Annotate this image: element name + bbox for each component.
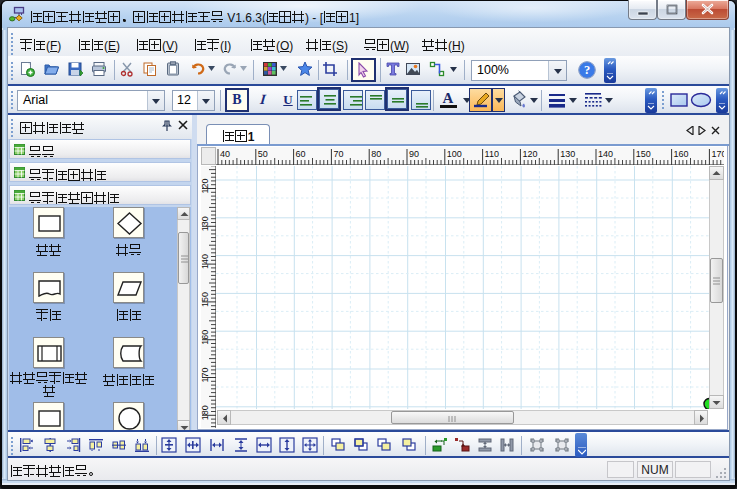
svg-text:110: 110	[485, 149, 499, 159]
svg-text:40: 40	[220, 149, 230, 159]
svg-text:150: 150	[636, 149, 651, 159]
svg-text:170: 170	[201, 367, 210, 382]
svg-text:130: 130	[201, 216, 210, 231]
svg-text:90: 90	[409, 149, 419, 159]
svg-text:120: 120	[522, 149, 537, 159]
svg-text:160: 160	[674, 149, 689, 159]
svg-text:140: 140	[598, 149, 613, 159]
svg-text:150: 150	[201, 292, 210, 307]
svg-text:?: ?	[584, 63, 590, 77]
svg-text:170: 170	[711, 149, 724, 159]
svg-text:70: 70	[333, 149, 343, 159]
svg-text:A: A	[443, 90, 454, 106]
svg-text:120: 120	[201, 178, 210, 193]
svg-text:160: 160	[201, 330, 210, 345]
svg-text:50: 50	[258, 149, 268, 159]
svg-text:140: 140	[201, 254, 210, 269]
svg-text:130: 130	[560, 149, 575, 159]
svg-text:180: 180	[201, 405, 210, 420]
svg-text:100: 100	[447, 149, 462, 159]
svg-text:60: 60	[296, 149, 306, 159]
svg-text:80: 80	[371, 149, 381, 159]
